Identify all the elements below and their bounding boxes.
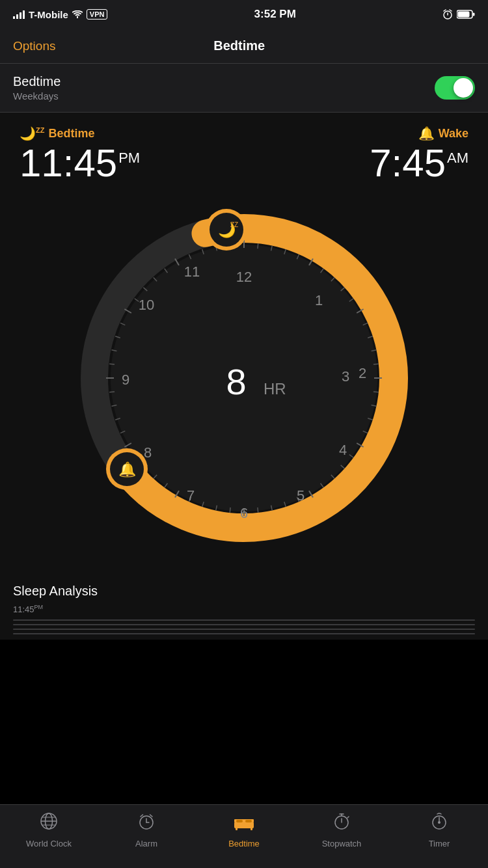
svg-rect-87 bbox=[245, 820, 252, 822]
svg-line-60 bbox=[109, 364, 115, 364]
carrier-label: T-Mobile bbox=[29, 9, 68, 20]
svg-rect-3 bbox=[23, 10, 25, 19]
alarm-icon bbox=[137, 811, 156, 835]
svg-rect-89 bbox=[251, 828, 252, 830]
tab-bar: World Clock Alarm bbox=[0, 804, 488, 868]
svg-line-83 bbox=[150, 815, 153, 817]
battery-icon bbox=[457, 10, 475, 19]
bedtime-icon bbox=[233, 811, 255, 835]
hour-1: 1 bbox=[315, 292, 323, 308]
svg-line-58 bbox=[109, 392, 115, 392]
sleep-hours-value: 8 bbox=[226, 361, 246, 402]
hour-9: 9 bbox=[122, 372, 129, 388]
stopwatch-icon bbox=[332, 811, 351, 835]
timer-label: Timer bbox=[429, 839, 450, 848]
wake-handle-icon: 🔔 bbox=[118, 461, 137, 478]
hour-10: 10 bbox=[139, 297, 154, 313]
wake-time-block[interactable]: 🔔 Wake 7:45AM bbox=[370, 126, 468, 183]
bedtime-zzz: ZZ bbox=[230, 221, 238, 228]
svg-line-43 bbox=[258, 508, 258, 513]
clock-svg-wrap: 12 1 2 3 4 5 6 7 8 9 10 11 8 HR bbox=[62, 196, 426, 560]
tab-stopwatch[interactable]: Stopwatch bbox=[303, 811, 381, 848]
world-clock-label: World Clock bbox=[26, 839, 72, 848]
svg-rect-9 bbox=[472, 13, 474, 16]
svg-rect-0 bbox=[13, 16, 15, 19]
tab-timer[interactable]: Timer bbox=[400, 811, 478, 848]
svg-line-30 bbox=[373, 392, 379, 392]
alarm-label: Alarm bbox=[135, 839, 157, 848]
bedtime-toggle-label: Bedtime bbox=[13, 74, 61, 89]
hour-6: 6 bbox=[240, 505, 248, 521]
hour-7: 7 bbox=[187, 487, 195, 504]
toggle-thumb bbox=[454, 78, 473, 98]
sleep-bar-2 bbox=[13, 624, 475, 625]
stopwatch-label: Stopwatch bbox=[322, 839, 362, 848]
times-header: 🌙ZZ Bedtime 11:45PM 🔔 Wake 7:45AM bbox=[0, 113, 488, 189]
hour-5: 5 bbox=[297, 487, 305, 504]
bedtime-toggle-sub: Weekdays bbox=[13, 90, 61, 102]
sleep-analysis-title: Sleep Analysis bbox=[13, 584, 475, 599]
svg-point-96 bbox=[438, 821, 441, 824]
sleep-bar-1 bbox=[13, 619, 475, 621]
sleep-hours-label: HR bbox=[264, 380, 286, 398]
svg-line-94 bbox=[347, 817, 349, 818]
world-clock-icon bbox=[39, 811, 59, 835]
options-button[interactable]: Options bbox=[13, 39, 55, 53]
svg-line-15 bbox=[258, 243, 258, 249]
sleep-bar-4 bbox=[13, 633, 475, 634]
bedtime-value: 11:45PM bbox=[20, 144, 140, 183]
sleep-bar-3 bbox=[13, 629, 475, 630]
nav-bar: Options Bedtime bbox=[0, 29, 488, 64]
wifi-icon bbox=[72, 10, 83, 18]
moon-icon: 🌙ZZ bbox=[20, 126, 44, 141]
svg-line-6 bbox=[444, 10, 446, 11]
svg-rect-84 bbox=[234, 822, 254, 828]
status-right bbox=[442, 9, 475, 20]
svg-line-28 bbox=[373, 364, 379, 364]
hour-4: 4 bbox=[339, 442, 347, 458]
svg-line-7 bbox=[450, 10, 452, 11]
timer-icon bbox=[429, 811, 449, 835]
sleep-analysis: Sleep Analysis 11:45PM bbox=[0, 573, 488, 640]
alarm-status-icon bbox=[442, 9, 453, 20]
status-left: T-Mobile VPN bbox=[13, 9, 107, 20]
vpn-badge: VPN bbox=[87, 9, 108, 20]
svg-rect-1 bbox=[16, 14, 18, 19]
wake-label: 🔔 Wake bbox=[370, 126, 468, 141]
bedtime-row-text: Bedtime Weekdays bbox=[13, 74, 61, 102]
hour-8: 8 bbox=[144, 444, 152, 461]
wake-value: 7:45AM bbox=[370, 144, 468, 183]
svg-line-45 bbox=[230, 508, 230, 513]
sleep-bars bbox=[13, 619, 475, 634]
bedtime-toggle[interactable] bbox=[435, 76, 475, 100]
signal-icon bbox=[13, 10, 25, 19]
tab-alarm[interactable]: Alarm bbox=[107, 811, 185, 848]
svg-line-82 bbox=[141, 815, 143, 817]
status-time: 3:52 PM bbox=[254, 8, 296, 21]
tab-world-clock[interactable]: World Clock bbox=[10, 811, 88, 848]
status-bar: T-Mobile VPN 3:52 PM bbox=[0, 0, 488, 29]
hour-3: 3 bbox=[342, 368, 349, 385]
svg-rect-88 bbox=[236, 828, 237, 830]
bedtime-row: Bedtime Weekdays bbox=[0, 64, 488, 113]
bedtime-label: 🌙ZZ Bedtime bbox=[20, 126, 140, 141]
hour-2: 2 bbox=[359, 365, 366, 381]
bedtime-time-block[interactable]: 🌙ZZ Bedtime 11:45PM bbox=[20, 126, 140, 183]
nav-title: Bedtime bbox=[213, 38, 265, 53]
tab-bedtime[interactable]: Bedtime bbox=[205, 811, 283, 848]
sleep-analysis-time: 11:45PM bbox=[13, 604, 475, 614]
bedtime-tab-label: Bedtime bbox=[228, 839, 260, 848]
bell-icon: 🔔 bbox=[418, 126, 435, 141]
hour-11: 11 bbox=[184, 264, 200, 280]
clock-area[interactable]: 12 1 2 3 4 5 6 7 8 9 10 11 8 HR bbox=[0, 189, 488, 573]
clock-svg: 12 1 2 3 4 5 6 7 8 9 10 11 8 HR bbox=[62, 196, 426, 560]
svg-rect-2 bbox=[20, 12, 21, 19]
hour-12: 12 bbox=[236, 269, 252, 285]
svg-rect-10 bbox=[457, 12, 469, 18]
svg-rect-86 bbox=[236, 820, 243, 822]
